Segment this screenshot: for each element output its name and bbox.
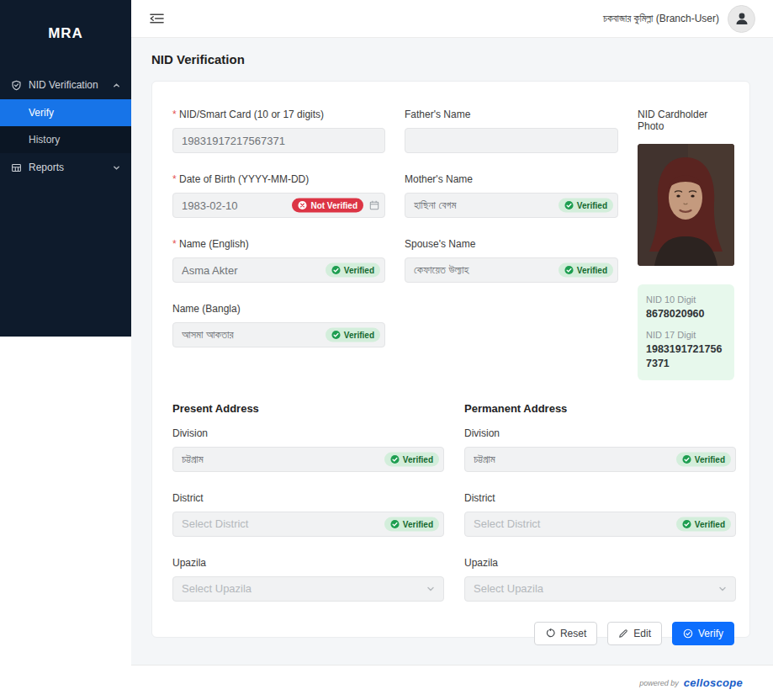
check-circle-icon [564, 266, 574, 275]
calendar-icon[interactable] [369, 200, 379, 210]
field-nid: NID/Smart Card (10 or 17 digits) [172, 109, 385, 153]
mother-name-input-wrap: Verified [405, 193, 618, 218]
permanent-district-label: District [464, 492, 736, 504]
verified-badge: Verified [326, 263, 380, 278]
sidebar-item-verify[interactable]: Verify [0, 99, 131, 126]
x-circle-icon [298, 201, 307, 210]
permanent-division-label: Division [464, 427, 736, 439]
badge-label: Verified [577, 201, 607, 210]
sidebar-toggle-icon[interactable] [150, 13, 164, 24]
field-permanent-district: District Verified [464, 492, 736, 537]
button-label: Verify [698, 628, 723, 639]
not-verified-badge: Not Verified [292, 199, 363, 213]
spouse-name-input-wrap: Verified [405, 257, 618, 283]
user-branch-label: চকবাজার কুমিল্লা (Branch-User) [603, 13, 719, 24]
mother-name-label: Mother's Name [405, 173, 618, 185]
permanent-address-title: Permanent Address [464, 402, 736, 415]
name-english-input-wrap: Verified [172, 257, 385, 283]
form-column-middle: Father's Name Mother's Name [405, 109, 618, 380]
edit-button[interactable]: Edit [607, 622, 662, 645]
check-circle-icon [331, 331, 341, 340]
spouse-name-label: Spouse's Name [405, 238, 618, 250]
app-root: MRA NID Verification Verify History [0, 0, 773, 700]
verified-badge: Verified [384, 452, 439, 466]
present-address-title: Present Address [172, 402, 444, 415]
reports-table-icon [11, 162, 22, 173]
nid-label: NID/Smart Card (10 or 17 digits) [172, 109, 385, 120]
top-bar: চকবাজার কুমিল্লা (Branch-User) [131, 0, 773, 38]
select-placeholder: Select Upazila [474, 582, 543, 595]
dob-input-wrap: Not Verified [172, 193, 385, 218]
field-present-district: District Verified [172, 492, 444, 537]
father-name-label: Father's Name [405, 109, 618, 120]
field-present-division: Division Verified [172, 427, 444, 472]
sidebar-panel: MRA NID Verification Verify History [0, 0, 131, 337]
footer: powered by celloscope [131, 665, 773, 700]
badge-label: Not Verified [310, 201, 357, 210]
nid-verification-card: NID/Smart Card (10 or 17 digits) Date of… [151, 81, 750, 638]
father-name-input-wrap [405, 128, 618, 153]
avatar[interactable] [728, 5, 755, 33]
permanent-address-column: Permanent Address Division Verified [464, 402, 736, 622]
nid-input[interactable] [172, 128, 385, 153]
chevron-up-icon [113, 82, 120, 89]
sidebar-item-label: Verify [29, 107, 54, 119]
nid-10-label: NID 10 Digit [646, 294, 726, 305]
sidebar-item-history[interactable]: History [0, 126, 131, 153]
check-circle-icon [683, 628, 693, 639]
badge-label: Verified [344, 266, 374, 275]
powered-by-label: powered by [639, 679, 679, 687]
name-bangla-label: Name (Bangla) [172, 303, 385, 315]
permanent-upazila-select[interactable]: Select Upazila [464, 576, 736, 602]
sidebar-item-reports[interactable]: Reports [0, 153, 131, 182]
permanent-division-input-wrap: Verified [464, 447, 736, 472]
verified-badge: Verified [326, 328, 380, 342]
sidebar-item-label: History [29, 134, 60, 146]
present-upazila-select[interactable]: Select Upazila [172, 576, 444, 602]
present-upazila-label: Upazila [172, 557, 444, 569]
reset-button[interactable]: Reset [534, 622, 597, 645]
check-circle-icon [682, 519, 691, 528]
present-address-column: Present Address Division Verified [172, 402, 444, 622]
field-name-bangla: Name (Bangla) Verified [172, 303, 385, 347]
celloscope-logo: celloscope [684, 676, 743, 689]
badge-label: Verified [695, 519, 725, 528]
present-division-input-wrap: Verified [172, 447, 444, 472]
nid-input-wrap [172, 128, 385, 153]
reset-icon [545, 628, 555, 639]
verified-badge: Verified [676, 517, 731, 531]
sidebar: MRA NID Verification Verify History [0, 0, 131, 700]
pencil-icon [618, 628, 628, 639]
verify-button[interactable]: Verify [672, 622, 734, 645]
app-logo: MRA [0, 0, 131, 71]
page-title: NID Verification [151, 52, 750, 66]
button-label: Reset [560, 628, 586, 639]
chevron-down-icon [718, 585, 727, 593]
cardholder-photo-label: NID Cardholder Photo [638, 109, 734, 132]
form-columns: NID/Smart Card (10 or 17 digits) Date of… [172, 109, 734, 380]
present-district-label: District [172, 492, 444, 504]
field-permanent-upazila: Upazila Select Upazila [464, 557, 736, 602]
field-present-upazila: Upazila Select Upazila [172, 557, 444, 602]
field-permanent-division: Division Verified [464, 427, 736, 472]
verified-badge: Verified [559, 199, 613, 213]
badge-label: Verified [403, 519, 433, 528]
field-name-english: Name (English) Verified [172, 238, 385, 283]
badge-label: Verified [344, 331, 374, 340]
check-circle-icon [331, 266, 341, 275]
name-bangla-input-wrap: Verified [172, 322, 385, 347]
check-circle-icon [390, 519, 400, 528]
field-father-name: Father's Name [405, 109, 618, 153]
permanent-district-input-wrap: Verified [464, 512, 736, 537]
form-column-right: NID Cardholder Photo [638, 109, 734, 380]
present-division-label: Division [172, 427, 444, 439]
field-dob: Date of Birth (YYYY-MM-DD) Not Verified [172, 173, 385, 218]
field-mother-name: Mother's Name Verified [405, 173, 618, 218]
verified-badge: Verified [676, 452, 731, 466]
sidebar-item-nid-verification[interactable]: NID Verification [0, 71, 131, 99]
sidebar-item-label: Reports [29, 162, 64, 173]
permanent-upazila-label: Upazila [464, 557, 736, 569]
check-circle-icon [390, 454, 400, 464]
check-circle-icon [682, 454, 691, 464]
father-name-input[interactable] [405, 128, 618, 153]
